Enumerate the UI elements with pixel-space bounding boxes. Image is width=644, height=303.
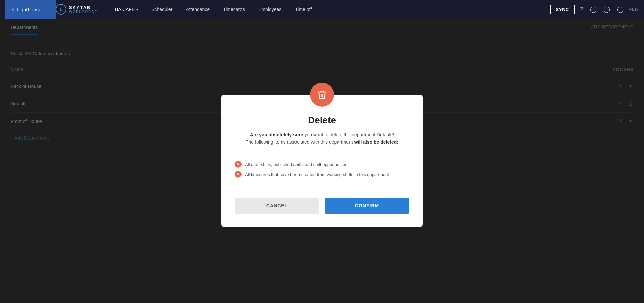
brand-name: SKYTAB: [69, 5, 97, 10]
modal-title: Delete: [235, 115, 409, 126]
confirm-button[interactable]: CONFIRM: [325, 198, 409, 214]
main-content: Departments ADD DEPARTMENT Shift4: BA Ca…: [0, 19, 644, 303]
modal-description: Are you absolutely sure you want to dele…: [235, 131, 409, 146]
chat-icon[interactable]: ◯: [589, 4, 598, 14]
notification-icon[interactable]: ◯: [602, 4, 611, 14]
x-icon-1: ✕: [235, 171, 241, 178]
x-icon-0: ✕: [235, 161, 241, 168]
brand-logo-area: L SKYTAB WORKFORCE: [56, 4, 97, 15]
nav-item-attendance[interactable]: Attendance: [179, 0, 216, 19]
help-icon[interactable]: ?: [579, 5, 585, 14]
list-item: ✕ All draft shifts, published shifts and…: [235, 161, 409, 168]
modal-overlay: Delete Are you absolutely sure you want …: [0, 19, 644, 303]
delete-modal-icon: [310, 83, 334, 107]
nav-menu: Scheduler Attendance Timecards Employees…: [145, 0, 318, 19]
sync-button[interactable]: SYNC: [550, 5, 575, 14]
nav-item-timeoff[interactable]: Time off: [288, 0, 318, 19]
chevron-down-icon: ▾: [136, 8, 138, 11]
modal-divider-2: [235, 189, 409, 189]
nav-divider: [107, 3, 107, 16]
cancel-button[interactable]: CANCEL: [235, 198, 319, 214]
nav-item-scheduler[interactable]: Scheduler: [145, 0, 179, 19]
brand-icon: L: [56, 4, 66, 15]
nav-item-employees[interactable]: Employees: [252, 0, 288, 19]
top-navigation: ‹ Lighthouse L SKYTAB WORKFORCE BA CAFE …: [0, 0, 644, 19]
nav-item-timecards[interactable]: Timecards: [216, 0, 252, 19]
delete-modal: Delete Are you absolutely sure you want …: [221, 95, 423, 227]
back-arrow-icon: ‹: [12, 6, 14, 13]
version-label: v4.17: [629, 7, 639, 12]
user-menu-icon[interactable]: ◯: [615, 4, 625, 14]
lighthouse-back-button[interactable]: ‹ Lighthouse: [5, 0, 56, 19]
cafe-label: BA CAFE: [115, 7, 135, 12]
modal-buttons: CANCEL CONFIRM: [235, 198, 409, 214]
lighthouse-label: Lighthouse: [17, 7, 41, 12]
brand-text: SKYTAB WORKFORCE: [69, 5, 97, 14]
nav-right-area: SYNC ? ◯ ◯ ◯ v4.17: [550, 4, 639, 14]
brand-sub: WORKFORCE: [69, 10, 97, 14]
modal-list: ✕ All draft shifts, published shifts and…: [235, 158, 409, 184]
modal-divider: [235, 153, 409, 153]
cafe-selector[interactable]: BA CAFE ▾: [111, 7, 142, 12]
list-item: ✕ All timecards that have been created f…: [235, 171, 409, 178]
